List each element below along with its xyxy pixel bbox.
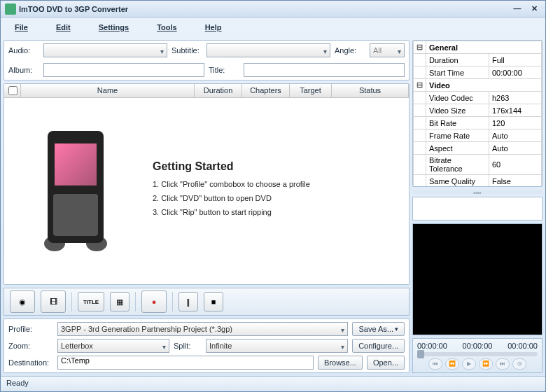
title-input[interactable] [244, 63, 405, 77]
properties-panel: ⊟GeneralDurationFullStart Time00:00:00⊟V… [412, 40, 542, 187]
profile-label: Profile: [8, 325, 53, 333]
col-name[interactable]: Name [21, 84, 195, 97]
angle-label: Angle: [335, 46, 365, 55]
property-value[interactable]: Full [489, 54, 542, 66]
output-settings-panel: Profile: 3GPP - 3rd Generation Partnersh… [4, 318, 410, 373]
group-expander[interactable]: ⊟ [414, 79, 426, 92]
expand-button[interactable]: ▦ [110, 292, 130, 312]
subtitle-label: Subtitle: [172, 46, 202, 55]
step-1: 1. Click "Profile" combobox to choose a … [153, 180, 310, 188]
property-group-name: Video [426, 79, 542, 92]
browse-button[interactable]: Browse... [318, 356, 363, 370]
property-value[interactable]: 120 [489, 117, 542, 130]
toolbar-divider [135, 292, 136, 312]
seek-thumb[interactable] [417, 350, 424, 358]
rip-button[interactable]: ● [141, 290, 167, 313]
col-chapters[interactable]: Chapters [242, 84, 290, 97]
property-name: Video Codec [426, 92, 489, 104]
horizontal-splitter[interactable]: ▪▪▪▪ [412, 190, 542, 194]
subtitle-combo[interactable] [206, 43, 330, 57]
album-input[interactable] [43, 63, 204, 77]
main-toolbar: ◉ 🎞 TITLE ▦ ● ‖ ■ [4, 288, 410, 316]
file-list-panel: Name Duration Chapters Target Status Get… [4, 83, 410, 285]
property-name: Start Time [426, 66, 489, 79]
prev-button[interactable]: ⏮ [428, 358, 442, 370]
time-mid: 00:00:00 [463, 342, 493, 350]
audio-label: Audio: [8, 46, 39, 55]
rewind-button[interactable]: ⏪ [445, 358, 459, 370]
menu-settings[interactable]: Settings [99, 23, 129, 31]
menubar: File Edit Settings Tools Help [1, 18, 545, 37]
property-name: Frame Rate [426, 130, 489, 142]
property-name: Aspect [426, 142, 489, 155]
video-preview [412, 223, 542, 335]
select-all-checkbox[interactable] [8, 86, 18, 95]
phone-illustration [13, 121, 139, 261]
menu-file[interactable]: File [15, 23, 28, 31]
property-group-name: General [426, 41, 542, 54]
col-target[interactable]: Target [290, 84, 332, 97]
destination-input[interactable]: C:\Temp [57, 356, 314, 370]
album-label: Album: [8, 66, 39, 74]
title-mode-button[interactable]: TITLE [78, 292, 104, 312]
list-header: Name Duration Chapters Target Status [4, 84, 409, 98]
property-name: Same Quality [426, 175, 489, 188]
menu-tools[interactable]: Tools [157, 23, 177, 31]
play-button[interactable]: ▶ [462, 358, 476, 370]
col-status[interactable]: Status [332, 84, 409, 97]
main-window: ImTOO DVD to 3GP Converter — ✕ File Edit… [0, 0, 546, 392]
status-text: Ready [6, 379, 29, 387]
angle-combo[interactable]: All [370, 43, 405, 57]
movie-button[interactable]: 🎞 [41, 290, 66, 313]
forward-button[interactable]: ⏩ [479, 358, 493, 370]
open-button[interactable]: Open... [367, 356, 405, 370]
window-title: ImTOO DVD to 3GP Converter [19, 5, 507, 13]
pause-button[interactable]: ‖ [178, 292, 198, 312]
next-button[interactable]: ⏭ [496, 358, 510, 370]
menu-help[interactable]: Help [205, 23, 222, 31]
group-expander[interactable]: ⊟ [414, 41, 426, 54]
properties-table: ⊟GeneralDurationFullStart Time00:00:00⊟V… [413, 41, 542, 187]
time-total: 00:00:00 [507, 342, 538, 350]
step-3: 3. Click "Rip" button to start ripping [153, 208, 310, 216]
property-value[interactable]: 00:00:00 [489, 66, 542, 79]
zoom-label: Zoom: [8, 342, 53, 350]
col-duration[interactable]: Duration [195, 84, 242, 97]
chapter-list[interactable] [412, 197, 542, 220]
toolbar-divider [71, 292, 72, 312]
menu-edit[interactable]: Edit [56, 23, 71, 31]
getting-started-heading: Getting Started [153, 160, 310, 173]
configure-button[interactable]: Configure... [352, 339, 405, 353]
property-value[interactable]: False [489, 175, 542, 188]
seek-slider[interactable] [417, 352, 538, 356]
minimize-button[interactable]: — [510, 4, 524, 15]
property-name: Bitrate Tolerance [426, 155, 489, 175]
close-button[interactable]: ✕ [527, 4, 541, 15]
zoom-combo[interactable]: Letterbox [57, 339, 169, 353]
property-value[interactable]: 60 [489, 155, 542, 175]
property-value[interactable]: 176x144 [489, 104, 542, 117]
property-name: Bit Rate [426, 117, 489, 130]
status-bar: Ready [1, 376, 545, 391]
audio-combo[interactable] [43, 43, 167, 57]
dvd-button[interactable]: ◉ [10, 290, 35, 313]
split-label: Split: [174, 342, 202, 350]
stop-button[interactable]: ■ [204, 292, 223, 312]
grid-icon: ▦ [116, 298, 123, 307]
split-combo[interactable]: Infinite [206, 339, 348, 353]
record-icon: ● [152, 298, 157, 306]
stop-icon: ■ [211, 298, 216, 306]
time-current: 00:00:00 [417, 342, 447, 350]
source-options-panel: Audio: Subtitle: Angle: All Album: Title… [4, 40, 410, 80]
pause-icon: ‖ [186, 298, 190, 307]
snapshot-button[interactable]: ◎ [512, 358, 526, 370]
property-value[interactable]: Auto [489, 142, 542, 155]
save-as-button[interactable]: Save As... [352, 322, 405, 336]
app-logo-icon [5, 4, 16, 15]
player-controls: 00:00:00 00:00:00 00:00:00 ⏮ ⏪ ▶ ⏩ ⏭ ◎ [412, 338, 542, 373]
property-value[interactable]: h263 [489, 92, 542, 104]
property-name: Video Size [426, 104, 489, 117]
property-value[interactable]: Auto [489, 130, 542, 142]
profile-combo[interactable]: 3GPP - 3rd Generation Partnership Projec… [57, 322, 348, 336]
step-2: 2. Click "DVD" button to open DVD [153, 194, 310, 202]
